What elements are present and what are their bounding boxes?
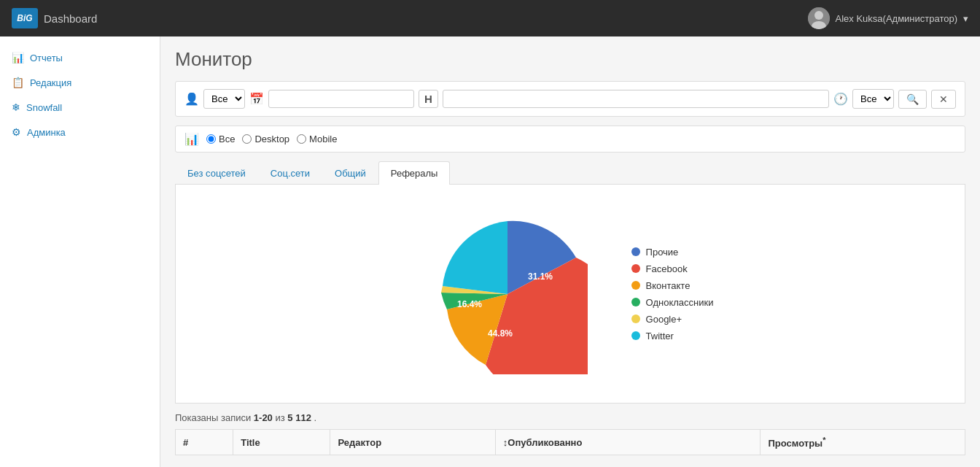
h-label: H (419, 90, 438, 108)
legend-label-prochie: Прочие (646, 247, 679, 258)
chart-view-icon: 📊 (184, 132, 199, 146)
user-menu[interactable]: Alex Kuksa(Администратор) ▾ (808, 7, 968, 29)
sidebar-item-snowfall[interactable]: ❄ Snowfall (0, 95, 160, 120)
tab-social[interactable]: Соц.сети (258, 161, 322, 185)
status-period: . (314, 412, 317, 423)
h-input[interactable] (443, 90, 829, 108)
sidebar-item-reports[interactable]: 📊 Отчеты (0, 45, 160, 70)
redakciya-icon: 📋 (12, 77, 24, 88)
tab-referrals[interactable]: Рефералы (378, 161, 451, 185)
legend-item-odnoklassniki: Одноклассники (631, 297, 714, 308)
svg-text:16.4%: 16.4% (457, 299, 482, 309)
user-select[interactable]: Все (203, 89, 245, 109)
view-all-label: Все (219, 134, 235, 144)
pie-chart: 31.1% 44.8% 16.4% (427, 214, 588, 374)
svg-point-1 (814, 11, 823, 20)
col-editor[interactable]: Редактор (330, 430, 495, 455)
reports-icon: 📊 (12, 52, 24, 63)
status-total: 5 112 (287, 412, 311, 423)
main-content: Монитор 👤 Все 📅 H 🕐 Все 🔍 ✕ 📊 (160, 36, 980, 467)
status-text: Показаны записи (175, 412, 254, 423)
clock-icon: 🕐 (833, 92, 848, 106)
tab-general[interactable]: Общий (322, 161, 378, 185)
legend-dot-facebook (631, 264, 640, 273)
legend-item-googleplus: Google+ (631, 314, 714, 325)
legend-item-twitter: Twitter (631, 331, 714, 341)
legend-dot-odnoklassniki (631, 298, 640, 306)
sidebar-item-label: Snowfall (26, 102, 62, 113)
calendar-icon: 📅 (249, 92, 264, 106)
svg-text:44.8%: 44.8% (488, 328, 513, 339)
view-mobile-label: Mobile (309, 134, 337, 144)
status-bar: Показаны записи 1-20 из 5 112 . (175, 406, 965, 429)
tabs: Без соцсетей Соц.сети Общий Рефералы (175, 161, 965, 185)
filter-bar: 👤 Все 📅 H 🕐 Все 🔍 ✕ (175, 81, 965, 117)
legend-label-googleplus: Google+ (646, 314, 682, 325)
tab-no-social[interactable]: Без соцсетей (175, 161, 258, 185)
user-filter-icon: 👤 (184, 92, 199, 106)
view-options: Все Desktop Mobile (206, 134, 337, 144)
radio-mobile[interactable] (297, 134, 306, 144)
avatar (808, 7, 830, 29)
col-num[interactable]: # (176, 430, 233, 455)
legend-item-vkontakte: Вконтакте (631, 280, 714, 291)
brand-logo-area: BiG Dashboard (12, 8, 97, 28)
view-option-mobile[interactable]: Mobile (297, 134, 337, 144)
legend-dot-prochie (631, 247, 640, 256)
views-superscript: * (822, 436, 825, 444)
sort-icon: ↕ (503, 437, 508, 448)
user-name: Alex Kuksa(Администратор) (836, 13, 957, 24)
legend-dot-googleplus (631, 314, 640, 323)
col-title[interactable]: Title (233, 430, 330, 455)
user-dropdown-icon: ▾ (963, 13, 968, 24)
legend-label-odnoklassniki: Одноклассники (646, 297, 714, 308)
page-title: Монитор (175, 48, 965, 71)
sidebar-item-redakciya[interactable]: 📋 Редакция (0, 70, 160, 95)
search-button[interactable]: 🔍 (898, 90, 927, 109)
legend-item-facebook: Facebook (631, 263, 714, 274)
radio-desktop[interactable] (242, 134, 252, 144)
top-navigation: BiG Dashboard Alex Kuksa(Администратор) … (0, 0, 980, 36)
status-range: 1-20 (254, 412, 273, 423)
sidebar-item-label: Админка (27, 127, 66, 138)
sidebar-item-label: Отчеты (30, 53, 63, 63)
legend-dot-vkontakte (631, 281, 640, 290)
data-table: # Title Редактор ↕Опубликованно Просмотр… (175, 429, 965, 455)
time-select[interactable]: Все (852, 89, 894, 109)
brand-logo: BiG (12, 8, 38, 28)
sidebar-item-label: Редакция (30, 77, 71, 88)
date-input[interactable] (268, 90, 414, 108)
view-desktop-label: Desktop (254, 134, 289, 144)
sidebar: 📊 Отчеты 📋 Редакция ❄ Snowfall ⚙ Админка (0, 36, 160, 467)
radio-all[interactable] (206, 134, 216, 144)
sidebar-item-admin[interactable]: ⚙ Админка (0, 120, 160, 144)
legend-dot-twitter (631, 331, 640, 340)
admin-icon: ⚙ (12, 126, 21, 138)
view-bar: 📊 Все Desktop Mobile (175, 126, 965, 153)
view-option-desktop[interactable]: Desktop (242, 134, 289, 144)
chart-container: 31.1% 44.8% 16.4% Прочие Facebook Вконта… (175, 185, 965, 404)
col-published[interactable]: ↕Опубликованно (495, 430, 761, 455)
col-views[interactable]: Просмотры* (761, 430, 965, 455)
legend-label-twitter: Twitter (646, 331, 674, 341)
view-option-all[interactable]: Все (206, 134, 235, 144)
table-header-row: # Title Редактор ↕Опубликованно Просмотр… (176, 430, 965, 455)
legend-label-facebook: Facebook (646, 263, 688, 274)
svg-text:31.1%: 31.1% (528, 271, 553, 282)
brand-name: Dashboard (44, 12, 97, 25)
clear-button[interactable]: ✕ (931, 90, 956, 109)
legend-label-vkontakte: Вконтакте (646, 280, 691, 291)
status-of: из (275, 412, 287, 423)
chart-legend: Прочие Facebook Вконтакте Одноклассники … (631, 247, 714, 341)
main-layout: 📊 Отчеты 📋 Редакция ❄ Snowfall ⚙ Админка… (0, 36, 980, 467)
snowfall-icon: ❄ (12, 101, 20, 113)
legend-item-prochie: Прочие (631, 247, 714, 258)
